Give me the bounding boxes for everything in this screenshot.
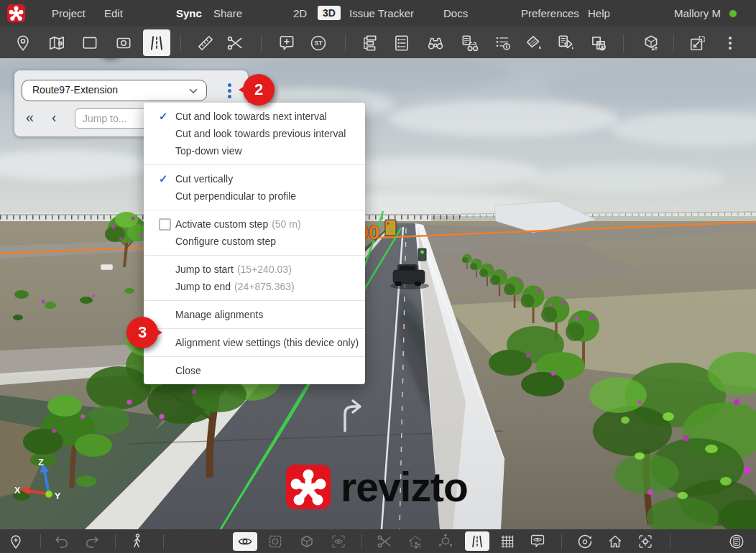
user-menu[interactable]: Mallory M bbox=[674, 0, 721, 27]
alignment-tool-active-chip[interactable] bbox=[143, 29, 170, 56]
ruler-icon[interactable] bbox=[196, 34, 215, 52]
revizto-watermark: revizto bbox=[286, 464, 468, 510]
chevron-down-icon bbox=[189, 88, 198, 94]
axis-z-label: Z bbox=[38, 457, 44, 468]
main-toolbar: ST bbox=[0, 27, 756, 58]
alignment-select[interactable]: Route97-Extension bbox=[22, 80, 207, 101]
user-online-status-dot bbox=[729, 10, 737, 17]
menu-item-alignment-view-settings[interactable]: Alignment view settings (this device onl… bbox=[144, 334, 365, 351]
menu-item-jump-to-end[interactable]: Jump to end(24+875.363) bbox=[144, 278, 365, 295]
menu-edit[interactable]: Edit bbox=[104, 0, 123, 27]
menu-item-cut-next-interval[interactable]: ✓Cut and look towards next interval bbox=[144, 108, 365, 125]
check-icon: ✓ bbox=[159, 170, 168, 187]
toolbar-separator bbox=[623, 34, 624, 52]
menu-item-top-down-view[interactable]: Top-down view bbox=[144, 142, 365, 159]
toolbar-separator bbox=[261, 34, 262, 52]
sheets-icon[interactable] bbox=[80, 34, 99, 52]
move-object-icon[interactable] bbox=[437, 533, 454, 550]
menu-3d-active[interactable]: 3D bbox=[318, 6, 341, 20]
menu-help[interactable]: Help bbox=[588, 0, 610, 27]
jump-previous-interval-button[interactable]: ‹ bbox=[52, 107, 57, 127]
menu-item-activate-custom-step[interactable]: Activate custom step(50 m) bbox=[144, 215, 365, 233]
toolbar-separator bbox=[180, 34, 181, 52]
axis-x-label: X bbox=[14, 485, 21, 496]
toolbar-separator bbox=[40, 534, 41, 549]
menu-project[interactable]: Project bbox=[52, 0, 86, 27]
appearance-templates-icon[interactable] bbox=[589, 34, 608, 52]
sheet-stack-icon[interactable] bbox=[360, 34, 379, 52]
focus-icon[interactable] bbox=[637, 533, 654, 550]
revizto-app-window: 00 bbox=[0, 0, 756, 553]
issue-visibility-icon[interactable] bbox=[529, 533, 546, 550]
check-icon: ✓ bbox=[159, 108, 168, 125]
camera-icon[interactable] bbox=[114, 34, 133, 52]
viewpoint-pin-icon[interactable] bbox=[14, 34, 32, 52]
menu-item-cut-vertically[interactable]: ✓Cut vertically bbox=[144, 170, 365, 187]
menu-item-cut-perpendicular[interactable]: Cut perpendicular to profile bbox=[144, 187, 365, 205]
redo-icon[interactable] bbox=[83, 533, 101, 550]
menu-item-manage-alignments[interactable]: Manage alignments bbox=[144, 306, 365, 323]
toolbar-separator bbox=[163, 534, 164, 549]
toolbar-separator bbox=[345, 34, 346, 52]
menu-item-close[interactable]: Close bbox=[144, 362, 365, 379]
search-binoculars-icon[interactable] bbox=[426, 34, 445, 52]
hide-object-icon[interactable] bbox=[330, 533, 347, 550]
revizto-logo-icon bbox=[286, 465, 331, 509]
export-3d-icon[interactable] bbox=[642, 34, 660, 52]
clip-scissors-icon[interactable] bbox=[226, 34, 244, 52]
properties-icon[interactable] bbox=[728, 533, 745, 550]
alignment-view-active-chip[interactable] bbox=[465, 531, 489, 551]
axis-y-label: Y bbox=[55, 491, 61, 501]
toolbar-separator bbox=[670, 534, 670, 549]
toolbar-separator bbox=[561, 534, 562, 549]
menu-item-jump-to-start[interactable]: Jump to start(15+240.03) bbox=[144, 261, 365, 278]
show-box-icon[interactable] bbox=[298, 533, 315, 550]
menu-2d[interactable]: 2D bbox=[293, 0, 307, 27]
checkbox-unchecked-icon[interactable] bbox=[159, 218, 171, 231]
paint-rules-icon[interactable] bbox=[556, 34, 575, 52]
add-viewpoint-icon[interactable] bbox=[7, 533, 24, 550]
clip-home-icon[interactable] bbox=[407, 533, 424, 550]
alignment-options-menu: ✓Cut and look towards next interval Cut … bbox=[144, 103, 365, 384]
home-view-icon[interactable] bbox=[607, 533, 624, 550]
isolate-box-icon[interactable] bbox=[267, 533, 284, 550]
toolbar-separator bbox=[361, 534, 362, 549]
revizto-app-icon[interactable] bbox=[7, 4, 25, 22]
menu-preferences[interactable]: Preferences bbox=[521, 0, 579, 27]
paint-icon[interactable] bbox=[524, 34, 543, 52]
watermark-brand-text: revizto bbox=[341, 464, 468, 510]
saved-search-icon[interactable] bbox=[460, 34, 479, 52]
menu-sync[interactable]: Sync bbox=[176, 0, 202, 27]
menu-item-configure-custom-step[interactable]: Configure custom step bbox=[144, 233, 365, 250]
menu-item-cut-previous-interval[interactable]: Cut and look towards previous interval bbox=[144, 125, 365, 142]
issue-list-icon[interactable] bbox=[392, 34, 411, 52]
add-issue-icon[interactable] bbox=[277, 34, 296, 52]
orbit-icon[interactable] bbox=[576, 533, 594, 550]
menu-issue-tracker[interactable]: Issue Tracker bbox=[349, 0, 414, 27]
jump-first-interval-button[interactable]: « bbox=[26, 107, 34, 127]
toolbar-separator bbox=[673, 34, 674, 52]
toolbar-separator bbox=[115, 534, 116, 549]
walk-mode-icon[interactable] bbox=[129, 533, 146, 550]
alignment-select-value: Route97-Extension bbox=[32, 84, 118, 96]
step-badge-2: 2 bbox=[243, 74, 275, 106]
step-badge-3: 3 bbox=[126, 317, 158, 348]
clip-icon[interactable] bbox=[376, 533, 393, 550]
fit-to-screen-icon[interactable] bbox=[688, 34, 707, 52]
menu-share[interactable]: Share bbox=[213, 0, 242, 27]
stamp-icon[interactable]: ST bbox=[309, 34, 328, 52]
grid-icon[interactable] bbox=[499, 533, 516, 550]
object-info-icon[interactable] bbox=[493, 34, 512, 52]
undo-icon[interactable] bbox=[53, 533, 70, 550]
svg-text:ST: ST bbox=[314, 40, 323, 47]
more-options-icon[interactable] bbox=[721, 34, 739, 52]
top-menu-bar: Project Edit Sync Share 2D 3D Issue Trac… bbox=[0, 0, 756, 27]
bottom-toolbar bbox=[0, 529, 756, 553]
map-icon[interactable] bbox=[47, 34, 66, 52]
visibility-active-chip[interactable] bbox=[233, 532, 257, 551]
menu-docs[interactable]: Docs bbox=[443, 0, 468, 27]
